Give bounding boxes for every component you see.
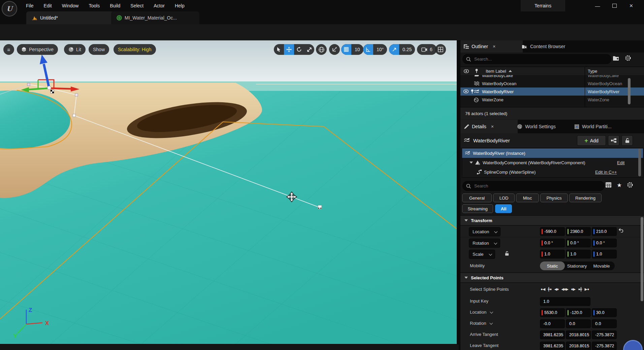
- gizmo-checker-point[interactable]: [51, 90, 54, 93]
- show-dropdown[interactable]: Show: [89, 44, 109, 55]
- arrive-tangent-x-field[interactable]: 3981.6235: [540, 330, 565, 339]
- close-icon[interactable]: ×: [493, 44, 495, 49]
- pin-icon[interactable]: [471, 89, 474, 94]
- rotation-snap-control[interactable]: 10°: [363, 44, 387, 55]
- eye-icon[interactable]: [463, 90, 469, 93]
- select-last-point-icon[interactable]: ▶●: [584, 287, 589, 291]
- close-button[interactable]: ×: [624, 0, 639, 11]
- menu-file[interactable]: File: [22, 0, 37, 11]
- rotate-tool-button[interactable]: [294, 44, 304, 55]
- outliner-row-waterbodylake[interactable]: WaterBodyLake WaterBodyLake: [460, 75, 644, 79]
- display-filter-button[interactable]: [605, 182, 612, 188]
- scale-snap-control[interactable]: 0.25: [389, 44, 415, 55]
- reset-location-button[interactable]: [619, 228, 624, 233]
- category-physics[interactable]: Physics: [540, 194, 568, 202]
- grid-snap-icon[interactable]: [341, 44, 351, 55]
- mobility-static[interactable]: Static: [540, 261, 565, 270]
- gizmo-x-axis[interactable]: [49, 88, 71, 89]
- category-streaming[interactable]: Streaming: [462, 204, 493, 213]
- restore-button[interactable]: [607, 0, 622, 11]
- point-rotation-z-field[interactable]: 0.0: [592, 319, 617, 328]
- scale-snap-icon[interactable]: [389, 44, 399, 55]
- menu-edit[interactable]: Edit: [40, 0, 56, 11]
- menu-build[interactable]: Build: [106, 0, 124, 11]
- unreal-logo-icon[interactable]: U: [2, 1, 17, 16]
- grid-snap-control[interactable]: 10: [341, 44, 363, 55]
- blueprint-convert-button[interactable]: [608, 135, 619, 146]
- menu-actor[interactable]: Actor: [150, 0, 168, 11]
- tab-outliner[interactable]: Outliner ×: [460, 40, 523, 53]
- angle-snap-value[interactable]: 10°: [373, 47, 387, 52]
- menu-tools[interactable]: Tools: [85, 0, 103, 11]
- add-component-button[interactable]: + Add: [577, 135, 606, 146]
- outliner-row-waterbodyocean[interactable]: WaterBodyOcean WaterBodyOcean: [460, 79, 644, 88]
- point-location-y-field[interactable]: -120.0: [566, 308, 591, 317]
- tab-material-instance[interactable]: MI_Water_Material_Oc...: [111, 11, 199, 24]
- visibility-column-icon[interactable]: [464, 69, 469, 73]
- tab-world-settings[interactable]: World Settings: [514, 120, 574, 133]
- arrive-tangent-y-field[interactable]: 2018.8015: [566, 330, 591, 339]
- spline-point[interactable]: [75, 94, 78, 96]
- category-misc[interactable]: Misc: [516, 194, 539, 202]
- leave-tangent-y-field[interactable]: 2018.8015: [566, 342, 591, 350]
- column-item-label[interactable]: Item Label: [486, 69, 512, 74]
- pin-column-icon[interactable]: [475, 69, 478, 73]
- camera-speed-control[interactable]: 6: [417, 44, 437, 55]
- mobility-stationary[interactable]: Stationary: [565, 261, 589, 270]
- select-prev-point-icon[interactable]: ◀●: [554, 287, 558, 291]
- details-scrollbar[interactable]: [641, 217, 643, 301]
- tab-details[interactable]: Details ×: [460, 120, 518, 133]
- location-dropdown[interactable]: Location: [469, 227, 501, 236]
- angle-snap-icon[interactable]: [363, 44, 373, 55]
- column-type[interactable]: Type: [588, 69, 597, 74]
- edit-in-cpp-link[interactable]: Edit in C++: [595, 170, 627, 175]
- mobility-movable[interactable]: Movable: [589, 261, 614, 270]
- point-rotation-y-field[interactable]: 0.0: [566, 319, 591, 328]
- category-all[interactable]: All: [495, 204, 512, 213]
- point-rotation-x-field[interactable]: -0.0: [540, 319, 565, 328]
- details-search[interactable]: [462, 181, 605, 191]
- spline-point[interactable]: [27, 83, 30, 86]
- scale-lock-button[interactable]: [505, 251, 509, 256]
- leave-tangent-x-field[interactable]: 3981.6235: [540, 342, 565, 350]
- viewport-scene[interactable]: Z X Y: [0, 40, 457, 344]
- select-next-point-icon[interactable]: ●▶: [571, 287, 575, 291]
- minimize-button[interactable]: —: [590, 0, 605, 11]
- category-lod[interactable]: LOD: [493, 194, 515, 202]
- tab-world-partition[interactable]: World Partiti...: [571, 120, 633, 133]
- outliner-settings-button[interactable]: [625, 55, 631, 61]
- outliner-add-folder-button[interactable]: [613, 55, 619, 61]
- close-icon[interactable]: ×: [491, 124, 494, 129]
- favorites-button[interactable]: ★: [617, 182, 622, 189]
- tab-content-browser[interactable]: Content Browser: [518, 40, 592, 53]
- perspective-dropdown[interactable]: Perspective: [17, 44, 58, 55]
- scale-snap-value[interactable]: 0.25: [399, 47, 415, 52]
- location-z-field[interactable]: 210.0: [592, 227, 617, 236]
- move-tool-button[interactable]: [284, 44, 294, 55]
- rotation-y-field[interactable]: 0.0 °: [566, 239, 591, 247]
- point-location-x-field[interactable]: 5530.0: [540, 308, 565, 317]
- outliner-search[interactable]: [462, 54, 611, 64]
- rotation-z-field[interactable]: 0.0 °: [592, 239, 617, 247]
- add-next-point-icon[interactable]: ●╋: [578, 287, 582, 291]
- location-x-field[interactable]: -590.0: [540, 227, 565, 236]
- grid-snap-value[interactable]: 10: [351, 47, 363, 52]
- viewport-options-button[interactable]: ≡: [3, 44, 14, 55]
- scale-x-field[interactable]: 1.0: [540, 250, 565, 258]
- point-location-label[interactable]: Location: [470, 310, 492, 315]
- outliner-row-waterbodyriver[interactable]: WaterBodyRiver WaterBodyRiver: [460, 88, 644, 96]
- expand-arrow-icon[interactable]: [470, 162, 473, 164]
- category-general[interactable]: General: [462, 194, 492, 202]
- spline-point[interactable]: [73, 114, 75, 117]
- scalability-button[interactable]: Scalability: High: [114, 44, 156, 55]
- edit-component-link[interactable]: Edit: [617, 160, 628, 165]
- scale-dropdown[interactable]: Scale: [469, 250, 495, 259]
- outliner-search-input[interactable]: [474, 56, 586, 62]
- select-all-points-icon[interactable]: ◀●▶: [561, 287, 569, 291]
- point-location-z-field[interactable]: 30.0: [592, 308, 617, 317]
- spline-component-row[interactable]: SplineComp (WaterSpline) Edit in C++: [462, 167, 643, 177]
- component-tree-scrollbar[interactable]: [638, 149, 641, 176]
- component-row[interactable]: WaterBodyComponent (WaterBodyRiverCompon…: [462, 158, 643, 167]
- spline-point-selected[interactable]: [318, 205, 322, 209]
- select-tool-button[interactable]: [274, 44, 284, 55]
